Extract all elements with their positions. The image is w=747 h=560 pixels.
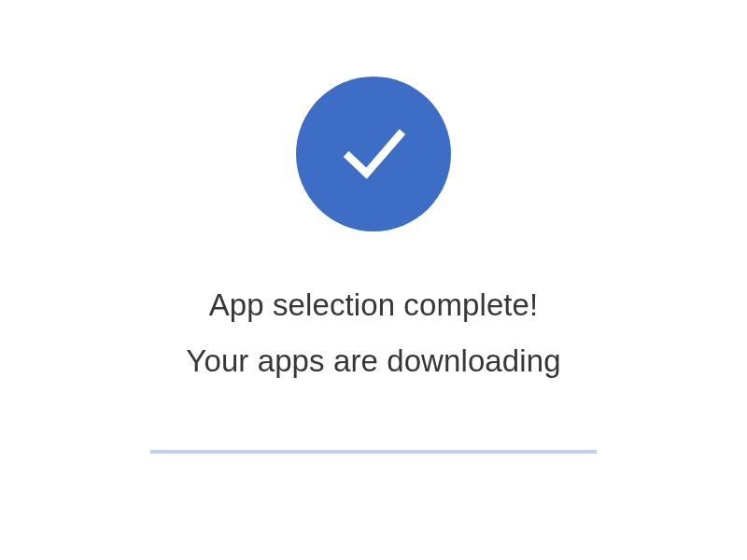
checkmark-icon: [330, 110, 417, 198]
confirmation-panel: App selection complete! Your apps are do…: [0, 0, 747, 560]
success-badge: [296, 77, 451, 231]
download-progress-bar: [150, 450, 597, 454]
completion-title: App selection complete!: [209, 287, 539, 323]
download-status-text: Your apps are downloading: [186, 343, 560, 379]
